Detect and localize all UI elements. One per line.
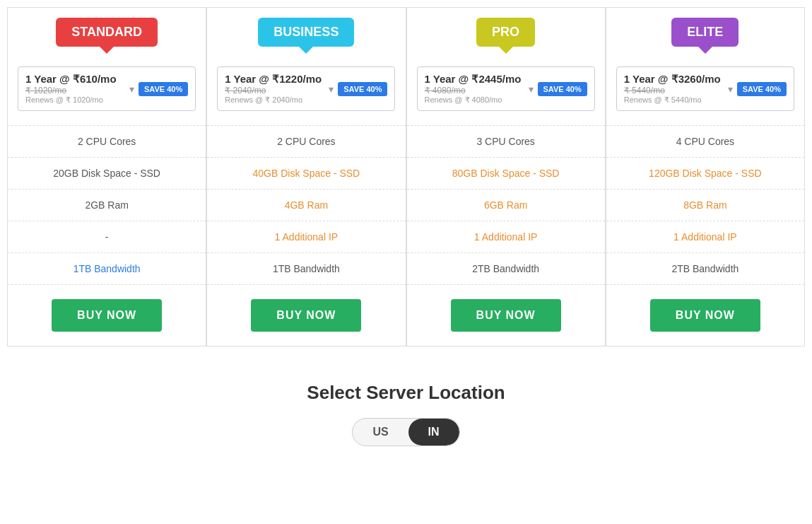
feature-item-pro-1: 80GB Disk Space - SSD <box>407 158 605 190</box>
plan-card-elite: ELITE1 Year @ ₹3260/mo₹ 5440/moRenews @ … <box>606 7 805 347</box>
plan-card-business: BUSINESS1 Year @ ₹1220/mo₹ 2040/moRenews… <box>206 7 406 347</box>
feature-item-business-4: 1TB Bandwidth <box>207 253 405 285</box>
feature-item-pro-3: 1 Additional IP <box>407 221 605 253</box>
features-list-elite: 4 CPU Cores120GB Disk Space - SSD8GB Ram… <box>606 125 804 285</box>
plan-badge-pro: PRO <box>476 18 535 47</box>
feature-item-standard-4: 1TB Bandwidth <box>8 253 206 285</box>
price-original-business: ₹ 2040/mo <box>225 86 322 95</box>
location-in-button[interactable]: IN <box>408 419 459 446</box>
dropdown-arrow-pro: ▾ <box>529 83 534 95</box>
price-left-business: 1 Year @ ₹1220/mo₹ 2040/moRenews @ ₹ 204… <box>225 73 322 105</box>
feature-item-elite-2: 8GB Ram <box>606 190 804 221</box>
price-main-business: 1 Year @ ₹1220/mo <box>225 73 322 86</box>
feature-item-business-1: 40GB Disk Space - SSD <box>207 158 405 190</box>
feature-item-elite-3: 1 Additional IP <box>606 221 804 253</box>
plan-card-pro: PRO1 Year @ ₹2445/mo₹ 4080/moRenews @ ₹ … <box>406 7 606 347</box>
plans-container: STANDARD1 Year @ ₹610/mo₹ 1020/moRenews … <box>7 7 805 347</box>
dropdown-arrow-elite: ▾ <box>728 83 733 95</box>
price-main-standard: 1 Year @ ₹610/mo <box>25 73 117 86</box>
dropdown-arrow-standard: ▾ <box>129 83 134 95</box>
location-us-button[interactable]: US <box>353 419 408 446</box>
feature-item-standard-0: 2 CPU Cores <box>8 126 206 158</box>
price-selector-elite[interactable]: 1 Year @ ₹3260/mo₹ 5440/moRenews @ ₹ 544… <box>616 66 794 111</box>
server-location-title: Select Server Location <box>21 382 791 404</box>
feature-item-standard-3: - <box>8 221 206 253</box>
price-renew-elite: Renews @ ₹ 5440/mo <box>624 95 721 105</box>
plan-badge-standard: STANDARD <box>56 18 158 47</box>
price-left-standard: 1 Year @ ₹610/mo₹ 1020/moRenews @ ₹ 1020… <box>25 73 117 105</box>
buy-button-pro[interactable]: BUY NOW <box>451 299 561 332</box>
price-save-business: SAVE 40% <box>338 82 387 96</box>
price-original-elite: ₹ 5440/mo <box>624 86 721 95</box>
price-renew-pro: Renews @ ₹ 4080/mo <box>425 95 522 105</box>
feature-item-elite-1: 120GB Disk Space - SSD <box>606 158 804 190</box>
bottom-section: Select Server Location US IN <box>7 368 805 460</box>
plan-header-pro: PRO <box>407 8 605 54</box>
price-left-elite: 1 Year @ ₹3260/mo₹ 5440/moRenews @ ₹ 544… <box>624 73 721 105</box>
price-save-standard: SAVE 40% <box>139 82 188 96</box>
plan-badge-business: BUSINESS <box>258 18 354 47</box>
feature-item-business-0: 2 CPU Cores <box>207 126 405 158</box>
price-main-pro: 1 Year @ ₹2445/mo <box>425 73 522 86</box>
price-selector-standard[interactable]: 1 Year @ ₹610/mo₹ 1020/moRenews @ ₹ 1020… <box>18 66 196 111</box>
features-list-pro: 3 CPU Cores80GB Disk Space - SSD6GB Ram1… <box>407 125 605 285</box>
buy-button-standard[interactable]: BUY NOW <box>52 299 162 332</box>
price-renew-standard: Renews @ ₹ 1020/mo <box>25 95 117 105</box>
price-save-pro: SAVE 40% <box>538 82 587 96</box>
dropdown-arrow-business: ▾ <box>329 83 334 95</box>
plan-header-business: BUSINESS <box>207 8 405 54</box>
feature-item-pro-4: 2TB Bandwidth <box>407 253 605 285</box>
price-main-elite: 1 Year @ ₹3260/mo <box>624 73 721 86</box>
price-original-pro: ₹ 4080/mo <box>425 86 522 95</box>
price-left-pro: 1 Year @ ₹2445/mo₹ 4080/moRenews @ ₹ 408… <box>425 73 522 105</box>
price-save-elite: SAVE 40% <box>737 82 787 96</box>
plan-header-standard: STANDARD <box>8 8 206 54</box>
feature-item-pro-2: 6GB Ram <box>407 190 605 221</box>
buy-button-elite[interactable]: BUY NOW <box>650 299 760 332</box>
feature-item-elite-4: 2TB Bandwidth <box>606 253 804 285</box>
price-selector-business[interactable]: 1 Year @ ₹1220/mo₹ 2040/moRenews @ ₹ 204… <box>217 66 395 111</box>
price-selector-pro[interactable]: 1 Year @ ₹2445/mo₹ 4080/moRenews @ ₹ 408… <box>417 66 595 111</box>
feature-item-business-2: 4GB Ram <box>207 190 405 221</box>
feature-item-elite-0: 4 CPU Cores <box>606 126 804 158</box>
feature-item-pro-0: 3 CPU Cores <box>407 126 605 158</box>
features-list-business: 2 CPU Cores40GB Disk Space - SSD4GB Ram1… <box>207 125 405 285</box>
plan-header-elite: ELITE <box>606 8 804 54</box>
buy-button-business[interactable]: BUY NOW <box>251 299 361 332</box>
feature-item-standard-2: 2GB Ram <box>8 190 206 221</box>
plan-badge-elite: ELITE <box>671 18 739 47</box>
price-original-standard: ₹ 1020/mo <box>25 86 117 95</box>
location-toggle[interactable]: US IN <box>352 418 459 446</box>
price-renew-business: Renews @ ₹ 2040/mo <box>225 95 322 105</box>
plan-card-standard: STANDARD1 Year @ ₹610/mo₹ 1020/moRenews … <box>7 7 206 347</box>
features-list-standard: 2 CPU Cores20GB Disk Space - SSD2GB Ram-… <box>8 125 206 285</box>
feature-item-business-3: 1 Additional IP <box>207 221 405 253</box>
feature-item-standard-1: 20GB Disk Space - SSD <box>8 158 206 190</box>
